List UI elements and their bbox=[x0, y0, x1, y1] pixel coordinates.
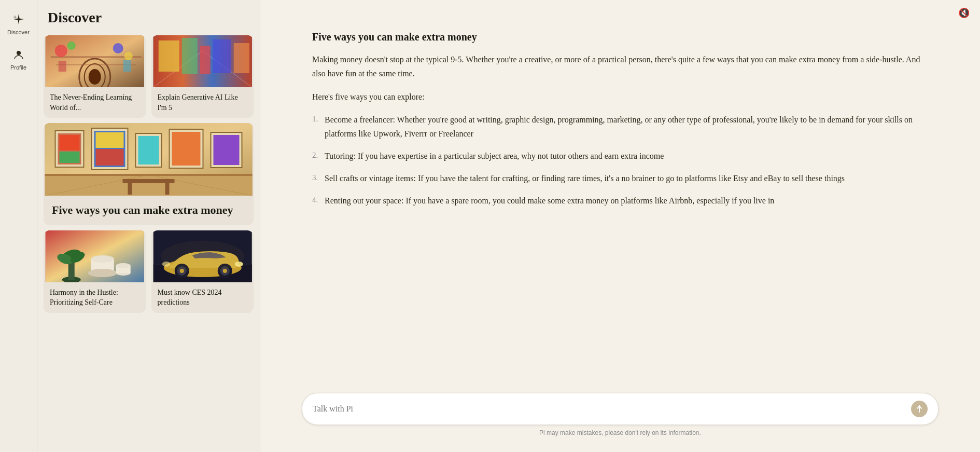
card-five-ways-title: Five ways you can make extra money bbox=[44, 196, 254, 225]
chat-footer: Pi may make mistakes, please don't rely … bbox=[260, 387, 980, 452]
card-generative-ai-title: Explain Generative AI Like I'm 5 bbox=[151, 87, 254, 118]
svg-rect-19 bbox=[181, 38, 197, 74]
card-five-ways[interactable]: Five ways you can make extra money bbox=[44, 123, 254, 225]
svg-rect-40 bbox=[214, 135, 240, 165]
sidebar-item-profile-label: Profile bbox=[10, 64, 26, 71]
article-list-item-1: 1.Become a freelancer: Whether you're go… bbox=[312, 113, 928, 141]
svg-point-72 bbox=[161, 241, 244, 272]
svg-rect-20 bbox=[200, 46, 210, 74]
sidebar: Discover Profile bbox=[0, 0, 37, 452]
svg-rect-18 bbox=[158, 40, 179, 72]
svg-rect-30 bbox=[60, 152, 80, 163]
disclaimer: Pi may make mistakes, please don't rely … bbox=[302, 429, 939, 436]
svg-rect-29 bbox=[60, 135, 80, 150]
card-ces-title: Must know CES 2024 predictions bbox=[151, 282, 254, 313]
svg-point-55 bbox=[91, 255, 114, 263]
svg-rect-44 bbox=[128, 183, 132, 195]
svg-rect-38 bbox=[172, 132, 201, 166]
send-button[interactable] bbox=[911, 401, 928, 417]
cards-row-2: Harmony in the Hustle: Prioritizing Self… bbox=[44, 230, 254, 313]
svg-rect-45 bbox=[165, 183, 170, 195]
discover-title: Discover bbox=[48, 9, 249, 26]
article-list: 1.Become a freelancer: Whether you're go… bbox=[312, 113, 928, 208]
svg-rect-36 bbox=[138, 136, 159, 165]
cards-row-1: The Never-Ending Learning World of... bbox=[44, 35, 254, 118]
sidebar-item-discover-label: Discover bbox=[7, 29, 30, 35]
card-never-ending-title: The Never-Ending Learning World of... bbox=[44, 87, 146, 118]
article-subheading: Here's five ways you can explore: bbox=[312, 90, 928, 104]
svg-rect-34 bbox=[96, 149, 124, 166]
svg-rect-33 bbox=[96, 132, 124, 148]
article-title: Five ways you can make extra money bbox=[312, 31, 928, 43]
svg-rect-13 bbox=[123, 60, 131, 72]
card-ces[interactable]: Must know CES 2024 predictions bbox=[151, 230, 254, 313]
left-panel-header: Discover bbox=[37, 0, 260, 31]
chat-input-wrapper bbox=[302, 393, 939, 425]
svg-rect-21 bbox=[213, 39, 231, 73]
article-intro: Making money doesn't stop at the typical… bbox=[312, 52, 928, 80]
article-list-item-3: 3.Sell crafts or vintage items: If you h… bbox=[312, 171, 928, 185]
mute-button[interactable]: 🔇 bbox=[958, 7, 970, 19]
left-panel: Discover bbox=[37, 0, 260, 452]
chat-input[interactable] bbox=[313, 404, 911, 414]
person-icon bbox=[11, 48, 26, 62]
article-list-item-2: 2.Tutoring: If you have expertise in a p… bbox=[312, 149, 928, 163]
svg-point-0 bbox=[17, 51, 21, 55]
cards-container[interactable]: The Never-Ending Learning World of... bbox=[37, 31, 260, 452]
svg-point-56 bbox=[88, 269, 117, 277]
svg-point-9 bbox=[67, 42, 76, 50]
sidebar-item-discover[interactable]: Discover bbox=[3, 8, 34, 39]
svg-rect-43 bbox=[123, 179, 175, 183]
svg-point-8 bbox=[55, 45, 67, 57]
sparkle-icon bbox=[11, 12, 26, 27]
article-content[interactable]: Five ways you can make extra money Makin… bbox=[260, 0, 980, 387]
svg-point-10 bbox=[113, 43, 123, 53]
card-generative-ai[interactable]: Explain Generative AI Like I'm 5 bbox=[151, 35, 254, 118]
main-content: 🔇 Five ways you can make extra money Mak… bbox=[260, 0, 980, 452]
card-harmony[interactable]: Harmony in the Hustle: Prioritizing Self… bbox=[44, 230, 146, 313]
svg-point-11 bbox=[124, 52, 133, 60]
svg-point-5 bbox=[89, 69, 101, 85]
svg-rect-25 bbox=[45, 175, 253, 196]
svg-rect-22 bbox=[233, 43, 249, 73]
svg-rect-49 bbox=[68, 262, 75, 280]
svg-rect-12 bbox=[59, 61, 66, 72]
sidebar-item-profile[interactable]: Profile bbox=[3, 44, 34, 75]
card-never-ending[interactable]: The Never-Ending Learning World of... bbox=[44, 35, 146, 118]
card-harmony-title: Harmony in the Hustle: Prioritizing Self… bbox=[44, 282, 146, 313]
svg-point-59 bbox=[116, 263, 131, 268]
article-list-item-4: 4.Renting out your space: If you have a … bbox=[312, 194, 928, 208]
